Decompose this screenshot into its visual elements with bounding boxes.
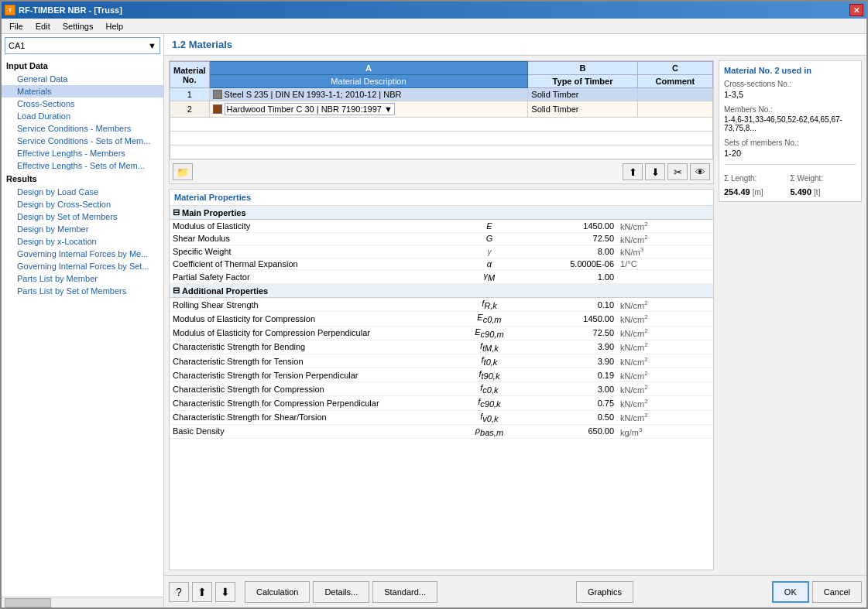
sidebar-item-governing-forces-set[interactable]: Governing Internal Forces by Set... bbox=[2, 260, 163, 272]
menu-help[interactable]: Help bbox=[99, 20, 129, 33]
sidebar-item-design-load-case[interactable]: Design by Load Case bbox=[2, 186, 163, 198]
prop-row: Rolling Shear Strength fR,k 0.10 kN/cm2 bbox=[170, 298, 713, 312]
members-value: 1-4,6-31,33-46,50,52-62,64,65,67-73,75,8… bbox=[724, 115, 856, 132]
row2-no: 2 bbox=[170, 101, 210, 118]
sidebar-item-effective-lengths-members[interactable]: Effective Lengths - Members bbox=[2, 147, 163, 159]
collapse-additional-icon[interactable]: ⊟ bbox=[173, 286, 180, 296]
sidebar-item-governing-forces-member[interactable]: Governing Internal Forces by Me... bbox=[2, 248, 163, 260]
main-window: T RF-TIMBER NBR - [Truss] ✕ File Edit Se… bbox=[0, 0, 868, 609]
sidebar-horizontal-scrollbar[interactable] bbox=[2, 597, 163, 607]
sidebar-item-design-x-location[interactable]: Design by x-Location bbox=[2, 235, 163, 248]
collapse-icon[interactable]: ⊟ bbox=[173, 207, 180, 217]
sidebar-tree: Input Data General Data Materials Cross-… bbox=[2, 57, 163, 597]
menu-settings[interactable]: Settings bbox=[57, 20, 100, 33]
col-header-a: A bbox=[209, 62, 528, 75]
bottom-bar: ? ⬆ ⬇ Calculation Details... Standard...… bbox=[164, 575, 866, 607]
table-row[interactable]: 2 Hardwood Timber C 30 | NBR 7190:1997 ▼ bbox=[170, 101, 713, 118]
sidebar-item-load-duration[interactable]: Load Duration bbox=[2, 110, 163, 122]
menu-bar: File Edit Settings Help bbox=[2, 19, 866, 34]
table-row-empty bbox=[170, 145, 713, 159]
details-button[interactable]: Details... bbox=[313, 581, 369, 603]
sidebar-item-cross-sections[interactable]: Cross-Sections bbox=[2, 98, 163, 110]
sidebar-item-effective-lengths-sets[interactable]: Effective Lengths - Sets of Mem... bbox=[2, 159, 163, 172]
tree-section-results: Results bbox=[2, 172, 163, 186]
prop-row: Coefficient of Thermal Expansion α 5.000… bbox=[170, 258, 713, 269]
import-button[interactable]: ⬇ bbox=[215, 582, 235, 602]
sidebar-item-parts-list-set[interactable]: Parts List by Set of Members bbox=[2, 285, 163, 297]
close-button[interactable]: ✕ bbox=[849, 4, 863, 16]
sidebar-item-general-data[interactable]: General Data bbox=[2, 73, 163, 85]
menu-file[interactable]: File bbox=[3, 20, 29, 33]
prop-row: Shear Modulus G 72.50 kN/cm2 bbox=[170, 232, 713, 245]
ca-dropdown-value: CA1 bbox=[9, 41, 25, 50]
ok-button[interactable]: OK bbox=[772, 581, 809, 603]
prop-row: Characteristic Strength for Shear/Torsio… bbox=[170, 410, 713, 424]
view-button[interactable]: 👁 bbox=[690, 163, 710, 180]
calculation-button[interactable]: Calculation bbox=[245, 581, 310, 603]
additional-properties-table: Rolling Shear Strength fR,k 0.10 kN/cm2 … bbox=[170, 298, 713, 439]
members-label: Members No.: bbox=[724, 105, 856, 114]
window-title: RF-TIMBER NBR - [Truss] bbox=[19, 5, 122, 15]
cross-sections-label: Cross-sections No.: bbox=[724, 80, 856, 88]
row2-color-box bbox=[213, 104, 222, 114]
table-row[interactable]: 1 Steel S 235 | DIN EN 1993-1-1; 2010-12… bbox=[170, 88, 713, 101]
row1-type: Solid Timber bbox=[528, 88, 637, 101]
col-header-no: Material No. bbox=[170, 62, 210, 88]
length-unit: [m] bbox=[753, 188, 763, 197]
sets-value: 1-20 bbox=[724, 149, 856, 158]
row1-no: 1 bbox=[170, 88, 210, 101]
export-button[interactable]: ⬆ bbox=[192, 582, 212, 602]
materials-table: Material No. A B C Material Description … bbox=[170, 61, 713, 159]
sets-label: Sets of members No.: bbox=[724, 139, 856, 147]
weight-value: 5.490 bbox=[791, 187, 812, 197]
sidebar-item-parts-list-member[interactable]: Parts List by Member bbox=[2, 272, 163, 285]
col-subheader-c: Comment bbox=[637, 75, 712, 88]
ca-dropdown[interactable]: CA1 ▼ bbox=[5, 37, 160, 54]
prop-row: Partial Safety Factor γM 1.00 bbox=[170, 269, 713, 283]
additional-properties-header: ⊟ Additional Properties bbox=[170, 284, 713, 298]
main-properties-header: ⊟ Main Properties bbox=[170, 206, 713, 220]
row1-comment bbox=[637, 88, 712, 101]
help-button[interactable]: ? bbox=[169, 582, 189, 602]
material-usage-box: Material No. 2 used in Cross-sections No… bbox=[719, 60, 862, 202]
app-icon: T bbox=[5, 5, 15, 15]
bottom-left-buttons: ? ⬆ ⬇ bbox=[169, 582, 235, 602]
row2-material-dropdown[interactable]: Hardwood Timber C 30 | NBR 7190:1997 ▼ bbox=[225, 103, 395, 115]
row1-color-box bbox=[213, 90, 222, 99]
panel-title: 1.2 Materials bbox=[164, 34, 866, 56]
sidebar-item-design-set-members[interactable]: Design by Set of Members bbox=[2, 210, 163, 223]
add-material-button[interactable]: 📁 bbox=[173, 163, 193, 180]
move-up-button[interactable]: ⬆ bbox=[623, 163, 643, 180]
row2-comment bbox=[637, 101, 712, 118]
prop-row: Characteristic Strength for Tension Perp… bbox=[170, 368, 713, 382]
weight-label: Σ Weight: bbox=[791, 174, 857, 183]
prop-row: Basic Density ρbas,m 650.00 kg/m3 bbox=[170, 424, 713, 438]
col-subheader-b: Type of Timber bbox=[528, 75, 637, 88]
weight-unit: [t] bbox=[814, 188, 820, 197]
menu-edit[interactable]: Edit bbox=[29, 20, 57, 33]
table-row-empty bbox=[170, 118, 713, 132]
standard-button[interactable]: Standard... bbox=[372, 581, 437, 603]
prop-row: Characteristic Strength for Compression … bbox=[170, 396, 713, 410]
sidebar-item-service-conditions-members[interactable]: Service Conditions - Members bbox=[2, 122, 163, 135]
cross-sections-value: 1-3,5 bbox=[724, 90, 856, 99]
sidebar-item-design-member[interactable]: Design by Member bbox=[2, 223, 163, 235]
move-down-button[interactable]: ⬇ bbox=[645, 163, 665, 180]
col-header-c: C bbox=[637, 62, 712, 75]
cancel-button[interactable]: Cancel bbox=[812, 581, 862, 603]
material-properties-section: Material Properties ⊟ Main Properties Mo… bbox=[169, 189, 714, 570]
prop-row: Specific Weight γ 8.00 kN/m3 bbox=[170, 245, 713, 258]
right-panel: 1.2 Materials Material No. bbox=[164, 34, 866, 607]
sidebar-item-design-cross-section[interactable]: Design by Cross-Section bbox=[2, 198, 163, 210]
row2-type: Solid Timber bbox=[528, 101, 637, 118]
sidebar-item-materials[interactable]: Materials bbox=[2, 85, 163, 98]
title-bar: T RF-TIMBER NBR - [Truss] ✕ bbox=[2, 2, 866, 19]
sidebar-item-service-conditions-sets[interactable]: Service Conditions - Sets of Mem... bbox=[2, 135, 163, 147]
prop-row: Modulus of Elasticity for Compression Ec… bbox=[170, 312, 713, 326]
graphics-button[interactable]: Graphics bbox=[576, 581, 633, 603]
table-toolbar: 📁 ⬆ ⬇ ✂ 👁 bbox=[170, 159, 713, 183]
scrollbar-thumb[interactable] bbox=[5, 598, 51, 607]
cut-button[interactable]: ✂ bbox=[667, 163, 688, 180]
dropdown-arrow-icon: ▼ bbox=[384, 104, 393, 114]
prop-row: Characteristic Strength for Compression … bbox=[170, 382, 713, 396]
